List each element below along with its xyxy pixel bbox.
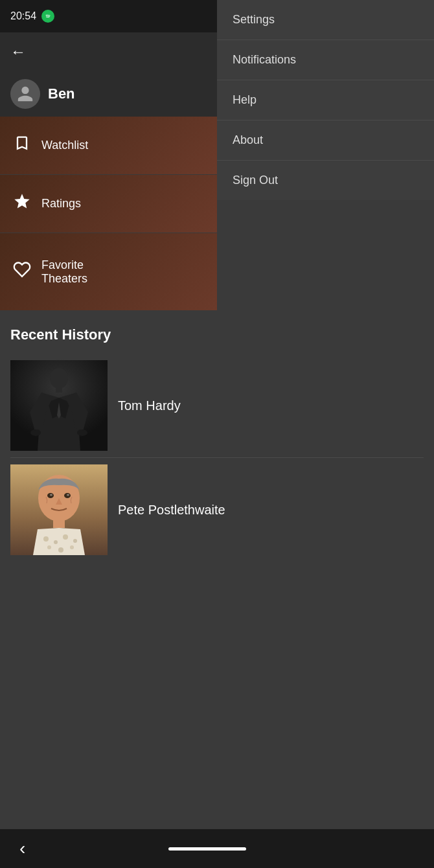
watchlist-label: Watchlist bbox=[41, 139, 88, 152]
favorite-theaters-menu-item[interactable]: Favorite Theaters bbox=[0, 233, 217, 311]
bottom-back-button[interactable]: ‹ bbox=[19, 838, 25, 859]
svg-point-23 bbox=[54, 540, 58, 544]
help-menu-item[interactable]: Help bbox=[217, 80, 434, 120]
home-indicator bbox=[168, 847, 246, 851]
tom-hardy-thumbnail bbox=[10, 360, 108, 451]
spotify-icon bbox=[41, 10, 54, 23]
menu-items: Watchlist Ratings Favorite Theaters bbox=[0, 117, 217, 311]
tom-hardy-name: Tom Hardy bbox=[118, 398, 181, 413]
recent-history: Recent History bbox=[0, 311, 434, 562]
notifications-menu-item[interactable]: Notifications bbox=[217, 40, 434, 80]
svg-point-19 bbox=[50, 494, 52, 496]
svg-point-27 bbox=[58, 547, 63, 553]
favorite-theaters-label: Favorite Theaters bbox=[41, 258, 87, 286]
ratings-menu-item[interactable]: Ratings bbox=[0, 175, 217, 233]
status-time: 20:54 bbox=[10, 10, 36, 22]
bookmark-icon bbox=[13, 134, 31, 157]
bottom-nav-bar: ‹ bbox=[0, 829, 434, 868]
svg-point-26 bbox=[47, 545, 51, 549]
pete-postlethwaite-name: Pete Postlethwaite bbox=[118, 503, 225, 518]
dropdown-menu: Settings Notifications Help About Sign O… bbox=[217, 0, 434, 200]
svg-rect-12 bbox=[56, 387, 62, 393]
menu-row: Watchlist Ratings Favorite Theaters Sett… bbox=[0, 117, 434, 311]
svg-point-13 bbox=[30, 429, 41, 436]
svg-point-24 bbox=[63, 534, 68, 540]
svg-point-22 bbox=[43, 536, 49, 542]
pete-postlethwaite-item[interactable]: Pete Postlethwaite bbox=[10, 458, 424, 562]
watchlist-menu-item[interactable]: Watchlist bbox=[0, 117, 217, 175]
settings-menu-item[interactable]: Settings bbox=[217, 0, 434, 40]
svg-point-20 bbox=[67, 494, 69, 496]
svg-point-11 bbox=[50, 368, 68, 389]
back-button[interactable]: ← bbox=[10, 43, 26, 61]
pete-postlethwaite-thumbnail bbox=[10, 464, 108, 555]
svg-rect-21 bbox=[53, 519, 65, 528]
user-avatar bbox=[10, 79, 40, 109]
user-name: Ben bbox=[48, 86, 75, 102]
star-icon bbox=[13, 192, 31, 215]
ratings-label: Ratings bbox=[41, 197, 81, 211]
recent-history-title: Recent History bbox=[10, 326, 424, 343]
about-menu-item[interactable]: About bbox=[217, 120, 434, 161]
heart-icon bbox=[13, 260, 31, 283]
signout-menu-item[interactable]: Sign Out bbox=[217, 161, 434, 200]
svg-point-14 bbox=[77, 429, 87, 436]
svg-point-25 bbox=[73, 539, 77, 543]
svg-point-28 bbox=[70, 545, 74, 549]
tom-hardy-item[interactable]: Tom Hardy bbox=[10, 354, 424, 458]
